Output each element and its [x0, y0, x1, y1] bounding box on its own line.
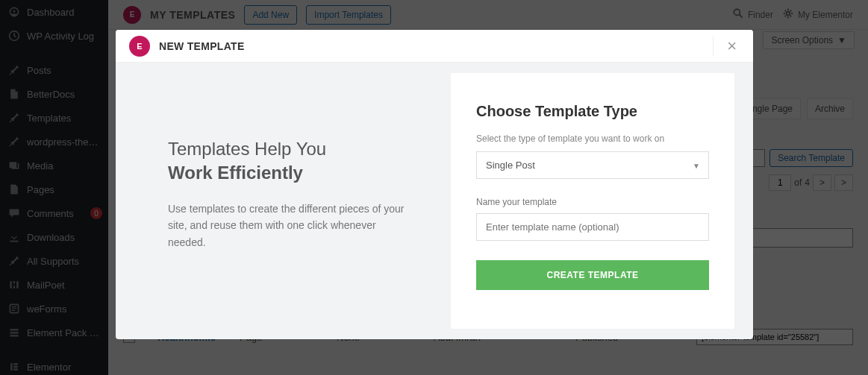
modal-right-pane: Choose Template Type Select the type of …: [451, 73, 734, 329]
modal-description: Use templates to create the different pi…: [168, 201, 406, 250]
template-type-select[interactable]: Single Post: [476, 151, 709, 179]
create-template-button[interactable]: CREATE TEMPLATE: [476, 260, 709, 290]
close-icon: ×: [727, 37, 737, 55]
modal-header: E NEW TEMPLATE ×: [116, 30, 753, 63]
template-name-input[interactable]: [476, 213, 709, 241]
name-label: Name your template: [476, 197, 709, 207]
form-title: Choose Template Type: [476, 103, 709, 120]
elementor-logo-icon: E: [129, 36, 150, 57]
modal-heading: Templates Help You Work Efficiently: [168, 137, 406, 186]
modal-left-pane: Templates Help You Work Efficiently Use …: [116, 63, 451, 339]
new-template-modal: E NEW TEMPLATE × Templates Help You Work…: [116, 30, 753, 339]
template-type-select-wrap: Single Post ▼: [476, 151, 709, 179]
modal-body: Templates Help You Work Efficiently Use …: [116, 63, 753, 339]
close-button[interactable]: ×: [713, 37, 740, 56]
modal-overlay[interactable]: E NEW TEMPLATE × Templates Help You Work…: [0, 0, 868, 375]
modal-title: NEW TEMPLATE: [159, 40, 245, 52]
form-subtitle: Select the type of template you want to …: [476, 133, 709, 144]
